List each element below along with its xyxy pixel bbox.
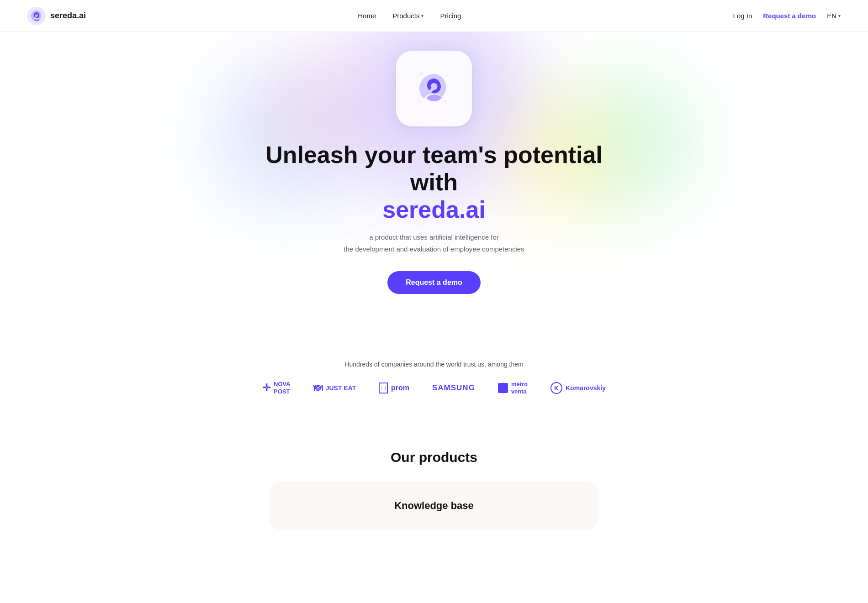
nav-right: Log In Request a demo EN ▾ — [733, 12, 841, 20]
svg-point-1 — [420, 73, 422, 75]
logo-text: sereda.ai — [50, 11, 86, 21]
trust-logo-komarovskiy: K Komarovskiy — [550, 382, 606, 394]
product-card-knowledge-base: Knowledge base — [270, 482, 598, 530]
nav-center: Home Products ▾ Pricing — [358, 12, 461, 20]
nav-home[interactable]: Home — [358, 12, 376, 20]
svg-point-5 — [445, 100, 446, 102]
products-chevron-icon: ▾ — [421, 13, 423, 18]
just-eat-icon: 🍽 — [313, 383, 323, 393]
trust-logo-samsung: SAMSUNG — [432, 383, 475, 393]
login-link[interactable]: Log In — [733, 12, 752, 20]
hero-headline-text: Unleash your team's potential with — [265, 142, 603, 195]
logo-icon — [27, 7, 46, 25]
logo-link[interactable]: sereda.ai — [27, 7, 86, 25]
komarovskiy-icon: K — [550, 382, 562, 394]
hero-cta: Request a demo — [387, 271, 481, 294]
trust-logo-prom: □ prom — [379, 383, 409, 393]
prom-icon: □ — [379, 383, 388, 393]
hero-headline: Unleash your team's potential with sered… — [251, 142, 617, 223]
trust-logo-nova-post: ✛ NOVAPOST — [262, 381, 291, 395]
nav-pricing[interactable]: Pricing — [440, 12, 461, 20]
trust-logo-metro-venta: metroventa — [498, 381, 528, 395]
trust-text: Hundreds of companies around the world t… — [344, 361, 523, 368]
metro-venta-icon — [498, 383, 508, 393]
lang-chevron-icon: ▾ — [838, 13, 841, 18]
trust-section: Hundreds of companies around the world t… — [0, 342, 868, 422]
trust-logo-just-eat: 🍽 JUST EAT — [313, 383, 356, 393]
products-section: Our products Knowledge base — [0, 422, 868, 548]
hero-logo-box — [396, 50, 472, 127]
svg-point-6 — [420, 100, 421, 100]
hero-logo-svg — [411, 66, 457, 111]
hero-logo-container — [396, 50, 472, 127]
navbar: sereda.ai Home Products ▾ Pricing Log In… — [0, 0, 868, 32]
svg-point-4 — [449, 73, 450, 73]
hero-section: Unleash your team's potential with sered… — [0, 32, 868, 342]
hero-subtitle: a product that uses artificial intellige… — [344, 231, 524, 255]
samsung-text: SAMSUNG — [432, 383, 475, 393]
svg-point-2 — [423, 72, 424, 73]
products-section-title: Our products — [391, 450, 477, 465]
language-selector[interactable]: EN ▾ — [827, 12, 841, 20]
hero-brand-name: sereda.ai — [382, 196, 486, 223]
trust-logos: ✛ NOVAPOST 🍽 JUST EAT □ prom SAMSUNG met… — [262, 381, 606, 395]
product-card-title: Knowledge base — [394, 500, 474, 512]
nova-post-icon: ✛ — [262, 382, 270, 394]
svg-point-3 — [446, 75, 448, 77]
nav-products[interactable]: Products ▾ — [392, 12, 423, 20]
request-demo-button[interactable]: Request a demo — [387, 271, 481, 294]
request-demo-nav-link[interactable]: Request a demo — [763, 12, 816, 20]
